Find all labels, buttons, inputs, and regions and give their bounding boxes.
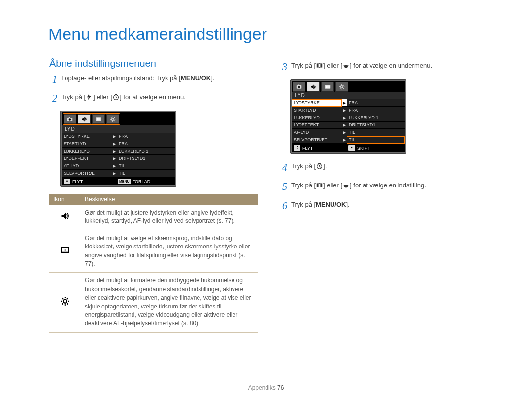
menu-row: LYDEFFEKT▶DRIFTSLYD1 <box>62 155 175 162</box>
menu-row-value: TIL <box>347 136 405 144</box>
timer-icon <box>316 163 323 172</box>
menu-tab-gear <box>106 114 119 124</box>
menu-row-value: TIL <box>117 162 175 170</box>
step-number: 1 <box>49 72 60 87</box>
menu-row: SELVPORTRÆT▶TIL <box>292 136 405 144</box>
menu-row-label: SELVPORTRÆT <box>62 170 112 177</box>
menu-row-label: STARTLYD <box>292 107 342 114</box>
step-number: 5 <box>279 180 290 194</box>
left-column: Åbne indstillingsmenuen 1I optage- eller… <box>49 58 258 333</box>
menu-footer-right: SKIFT <box>357 146 370 151</box>
menu-row-label: AF-LYD <box>62 162 112 170</box>
menu-row-arrow-icon: ▶ <box>112 148 117 155</box>
footer-label: Appendiks <box>248 384 276 391</box>
table-head-icon: Ikon <box>49 194 81 205</box>
menu-row-label: SELVPORTRÆT <box>292 136 342 144</box>
page-footer: Appendiks 76 <box>0 384 532 391</box>
step-number: 4 <box>279 160 290 175</box>
icon-description-table: Ikon Beskrivelse Gør det muligt at juste… <box>49 194 258 333</box>
menu-row-value: TIL <box>347 129 405 136</box>
step-text: Tryk på [] eller [] for at vælge en unde… <box>291 60 432 74</box>
menu-tab-display <box>321 82 334 92</box>
menu-footer-right: FORLAD <box>133 179 151 184</box>
table-head-desc: Beskrivelse <box>81 194 258 205</box>
menu-row-arrow-icon: ▶ <box>112 155 117 162</box>
menu-row: STARTLYD▶FRA <box>292 107 405 114</box>
macro-icon <box>343 182 349 191</box>
menu-row-value: FRA <box>117 133 175 140</box>
table-desc: Gør det muligt at vælge et skærmsprog, i… <box>81 230 258 273</box>
updown-key-icon <box>64 179 70 184</box>
menu-row-label: LYDEFFEKT <box>292 122 342 129</box>
step: 2Tryk på [] eller [] for at vælge en men… <box>49 92 258 106</box>
menu-row: SELVPORTRÆT▶TIL <box>62 170 175 177</box>
menu-row: LYDEFFEKT▶DRIFTSLYD1 <box>292 122 405 129</box>
menu-row-value: LUKKERLYD 1 <box>347 114 405 122</box>
camera-menu-screenshot-left: LYDLYDSTYRKE▶FRASTARTLYD▶FRALUKKERLYD▶LU… <box>60 111 176 187</box>
menu-row-value: DRIFTSLYD1 <box>347 122 405 129</box>
menu-row-label: AF-LYD <box>292 129 342 136</box>
disp-icon <box>316 62 323 72</box>
menu-row-label: LYDSTYRKE <box>62 133 112 140</box>
menu-footer: FLYTMENUFORLAD <box>62 177 175 185</box>
table-desc: Gør det muligt at justere lydstyrken ell… <box>81 205 258 230</box>
menu-row: LYDSTYRKE▶FRA <box>292 99 405 107</box>
menu-title: LYD <box>292 92 405 99</box>
menu-tab-camera <box>64 114 76 124</box>
menu-footer: FLYTSKIFT <box>292 144 405 152</box>
right-key-icon <box>348 145 355 151</box>
menu-row: LUKKERLYD▶LUKKERLYD 1 <box>292 114 405 122</box>
step: 6Tryk på [MENU/OK]. <box>279 199 488 213</box>
menu-key-icon: MENU <box>118 179 131 184</box>
table-icon-sound <box>49 205 81 230</box>
table-row: Gør det muligt at formatere den indbygge… <box>49 273 258 332</box>
menu-row-value: DRIFTSLYD1 <box>117 155 175 162</box>
section-title: Åbne indstillingsmenuen <box>49 58 258 69</box>
menu-row-arrow-icon: ▶ <box>112 170 117 177</box>
table-row: Gør det muligt at justere lydstyrken ell… <box>49 205 258 230</box>
menu-row-label: LYDSTYRKE <box>292 99 342 107</box>
menu-tab-sound <box>307 82 320 92</box>
menu-row-value: FRA <box>347 99 405 107</box>
menu-row-arrow-icon: ▶ <box>342 114 347 122</box>
step-text: Tryk på [] eller [] for at vælge en menu… <box>61 92 186 106</box>
menu-row-arrow-icon: ▶ <box>342 122 347 129</box>
table-desc: Gør det muligt at formatere den indbygge… <box>81 273 258 332</box>
menu-row-label: STARTLYD <box>62 140 112 148</box>
menu-row-arrow-icon: ▶ <box>342 107 347 114</box>
menu-row: LYDSTYRKE▶FRA <box>62 133 175 140</box>
step-number: 2 <box>49 92 60 106</box>
menu-row-value: FRA <box>117 140 175 148</box>
step-number: 6 <box>279 199 290 213</box>
disp-icon <box>316 182 323 191</box>
step-text: Tryk på []. <box>291 160 327 175</box>
macro-icon <box>343 62 349 72</box>
step: 5Tryk på [] eller [] for at vælge en ind… <box>279 180 488 194</box>
step-text: Tryk på [] eller [] for at vælge en inds… <box>291 180 426 194</box>
right-column: 3Tryk på [] eller [] for at vælge en und… <box>279 58 488 333</box>
menu-row-value: TIL <box>117 170 175 177</box>
menu-row-arrow-icon: ▶ <box>112 133 117 140</box>
menu-row: STARTLYD▶FRA <box>62 140 175 148</box>
menu-row-arrow-icon: ▶ <box>342 129 347 136</box>
camera-menu-screenshot-right: LYDLYDSTYRKE▶FRASTARTLYD▶FRALUKKERLYD▶LU… <box>290 79 406 154</box>
footer-page: 76 <box>277 384 284 391</box>
menu-row: AF-LYD▶TIL <box>62 162 175 170</box>
menu-footer-left: FLYT <box>72 179 83 184</box>
menu-row-value: FRA <box>347 107 405 114</box>
step-text: I optage- eller afspilningstilstand: Try… <box>61 72 214 87</box>
step: 1I optage- eller afspilningstilstand: Tr… <box>49 72 258 87</box>
menu-tab-display <box>92 114 105 124</box>
menu-row-arrow-icon: ▶ <box>112 140 117 148</box>
menu-tab-camera <box>293 82 305 92</box>
timer-icon <box>113 94 119 103</box>
menu-tab-gear <box>335 82 348 92</box>
step: 3Tryk på [] eller [] for at vælge en und… <box>279 60 488 74</box>
menu-row-label: LUKKERLYD <box>292 114 342 122</box>
table-row: Gør det muligt at vælge et skærmsprog, i… <box>49 230 258 273</box>
menu-row-arrow-icon: ▶ <box>112 162 117 170</box>
menu-row: AF-LYD▶TIL <box>292 129 405 136</box>
step-number: 3 <box>279 60 290 74</box>
menu-row-arrow-icon: ▶ <box>342 136 347 144</box>
menu-row-label: LUKKERLYD <box>62 148 112 155</box>
